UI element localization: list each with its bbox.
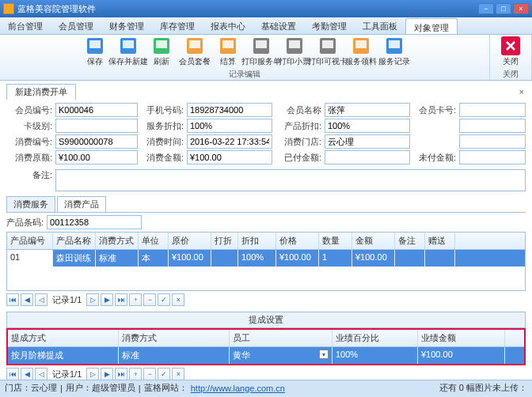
toolbar-btn-6[interactable]: 打印小票 <box>280 36 309 67</box>
field-member_no[interactable] <box>55 103 138 117</box>
menu-3[interactable]: 库存管理 <box>152 17 203 34</box>
svg-rect-13 <box>289 40 300 48</box>
nav-btn[interactable]: ⏭ <box>115 293 127 306</box>
tab-service[interactable]: 消费服务 <box>6 196 55 212</box>
nav-edit-btn[interactable]: × <box>172 293 184 306</box>
field-cons_no[interactable] <box>55 134 138 149</box>
close-window-button[interactable]: × <box>513 3 529 14</box>
field-paid[interactable] <box>325 150 410 164</box>
field-unpaid[interactable] <box>459 150 526 164</box>
status-site-label: 蓝格网站： <box>144 382 188 394</box>
menu-1[interactable]: 会员管理 <box>51 17 101 34</box>
commission-section-title: 提成设置 <box>6 312 526 328</box>
field-card_level[interactable] <box>55 119 138 133</box>
field-svc_disc[interactable] <box>187 119 272 133</box>
svg-rect-9 <box>222 40 234 48</box>
toolbar-btn-4[interactable]: 结算 <box>214 36 242 67</box>
form-tab[interactable]: 新建消费开单 <box>6 84 76 100</box>
field-[interactable] <box>459 134 526 149</box>
toolbar-btn-7[interactable]: 打印可视卡 <box>314 36 342 67</box>
menu-7[interactable]: 工具面板 <box>355 17 405 34</box>
toolbar-btn-2[interactable]: 刷新 <box>147 36 176 67</box>
nav-btn[interactable]: ▶ <box>101 293 113 306</box>
nav-btn[interactable]: ⏭ <box>115 368 127 380</box>
svg-rect-11 <box>256 40 267 48</box>
menu-2[interactable]: 财务管理 <box>101 17 152 34</box>
tab-product[interactable]: 消费产品 <box>57 196 106 212</box>
field-card_no[interactable] <box>459 103 526 117</box>
minimize-button[interactable]: − <box>478 3 494 14</box>
menu-5[interactable]: 基础设置 <box>253 17 304 34</box>
svg-rect-17 <box>355 40 367 48</box>
nav-edit-btn[interactable]: + <box>129 368 142 380</box>
field-store[interactable] <box>325 134 410 149</box>
commission-grid: 提成方式消费方式员工业绩百分比业绩金额 按月阶梯提成标准黄华▾100%¥100.… <box>8 330 524 364</box>
toolbar-group-edit: 记录编辑 <box>229 69 260 80</box>
nav-btn[interactable]: ⏮ <box>6 293 19 306</box>
field-orig[interactable] <box>55 150 138 164</box>
toolbar-group-close: 关闭 <box>503 69 519 80</box>
nav-edit-btn[interactable]: ✓ <box>158 368 170 380</box>
remark-label: 备注: <box>6 169 52 181</box>
close-panel-icon[interactable]: × <box>518 85 526 98</box>
field-phone[interactable] <box>187 103 272 117</box>
nav-edit-btn[interactable]: ✓ <box>158 293 170 306</box>
nav-btn[interactable]: ▶ <box>101 368 113 380</box>
product-grid: 产品编号产品名称消费方式单位原价打折折扣价格数量金额备注赠送 01森田训练标准本… <box>6 232 526 291</box>
status-user-label: 用户： <box>66 382 92 394</box>
toolbar-btn-3[interactable]: 会员套餐 <box>180 36 209 67</box>
field-prod_disc[interactable] <box>325 119 410 133</box>
menu-0[interactable]: 前台管理 <box>0 17 51 34</box>
barcode-label: 产品条码: <box>6 217 44 229</box>
field-cons_time[interactable] <box>187 134 272 149</box>
nav-edit-btn[interactable]: − <box>143 293 156 306</box>
toolbar-btn-5[interactable]: 打印服务单 <box>247 36 276 67</box>
toolbar-btn-0[interactable]: 保存 <box>81 36 109 67</box>
svg-rect-1 <box>89 40 101 48</box>
barcode-input[interactable] <box>47 215 142 229</box>
nav-btn[interactable]: ▷ <box>86 293 99 306</box>
status-user: 超级管理员 <box>92 382 135 394</box>
menu-8[interactable]: 对象管理 <box>405 18 458 34</box>
nav-btn[interactable]: ⏮ <box>6 368 19 380</box>
field-member_name[interactable] <box>325 103 410 117</box>
toolbar-btn-8[interactable]: 服务领料 <box>347 36 375 67</box>
menu-6[interactable]: 考勤管理 <box>304 17 355 34</box>
menu-4[interactable]: 报表中心 <box>203 17 253 34</box>
table-row[interactable]: 按月阶梯提成标准黄华▾100%¥100.00 <box>8 347 524 364</box>
app-title: 蓝格美容院管理软件 <box>17 3 96 15</box>
status-upload: 还有 0 幅图片未上传： <box>439 382 527 394</box>
nav-btn[interactable]: ◀ <box>21 293 33 306</box>
svg-rect-7 <box>189 40 200 48</box>
nav-btn[interactable]: ▷ <box>86 368 99 380</box>
status-store: 云心理 <box>31 382 57 394</box>
status-site-link[interactable]: http://www.lange.com.cn <box>191 384 285 393</box>
field-[interactable] <box>459 119 526 133</box>
toolbar-btn-9[interactable]: 服务记录 <box>380 36 408 67</box>
nav-edit-btn[interactable]: + <box>129 293 142 306</box>
field-amount[interactable] <box>187 150 272 164</box>
nav-btn[interactable]: ◀ <box>21 368 33 380</box>
app-icon <box>3 3 14 14</box>
svg-rect-3 <box>123 40 134 48</box>
status-store-label: 门店： <box>5 382 31 394</box>
svg-rect-5 <box>156 40 167 48</box>
nav-btn[interactable]: ◁ <box>35 293 48 306</box>
toolbar-close-button[interactable]: 关闭 <box>496 36 525 67</box>
svg-rect-15 <box>322 40 333 48</box>
nav-edit-btn[interactable]: − <box>143 368 156 380</box>
nav-btn[interactable]: ◁ <box>35 368 48 380</box>
toolbar-btn-1[interactable]: 保存并新建 <box>114 36 142 67</box>
table-row[interactable]: 01森田训练标准本¥100.00100%¥100.001¥100.00 <box>7 250 525 267</box>
nav-edit-btn[interactable]: × <box>172 368 184 380</box>
svg-rect-19 <box>389 40 400 48</box>
remark-input[interactable] <box>55 169 526 191</box>
maximize-button[interactable]: □ <box>496 3 511 14</box>
